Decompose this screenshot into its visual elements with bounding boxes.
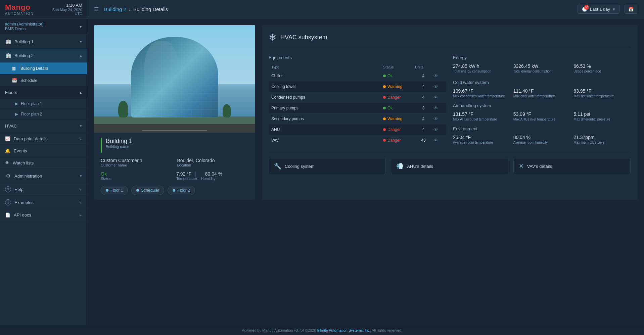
metric-value: 131.57 °F [453,111,510,117]
status-text: Danger [387,127,401,132]
sidebar-item-watch-lists[interactable]: 👁 Watch lists [0,157,87,169]
status-dot [383,107,386,109]
view-icon[interactable]: 👁 [433,127,444,132]
metric-value: 66.53 % [573,63,631,69]
floors-arrow: ▴ [80,90,82,95]
ahu-icon: 💨 [396,162,404,170]
eq-units: 4 [415,95,432,100]
sidebar-section-floors[interactable]: Floors ▴ [0,87,87,99]
sidebar-item-floor1[interactable]: ▶ Floor plan 1 [0,99,87,109]
sidebar-label-events: Events [14,148,27,153]
breadcrumb-parent[interactable]: Building 2 [104,6,126,12]
equipments-label: Equipments [269,55,446,60]
sidebar-item-floor2[interactable]: ▶ Floor plan 2 [0,109,87,119]
calendar-button[interactable]: 📅 [625,5,637,14]
watchlists-icon: 👁 [5,160,9,165]
floor1-button[interactable]: Floor 1 [101,186,128,195]
sidebar-item-building1[interactable]: 🏢 Building 1 ▾ [0,35,87,49]
time-range-selector[interactable]: 🕐 39 Last 1 day ▾ [578,5,619,14]
table-header: Type Status Units [269,63,446,71]
sidebar-label-floor2: Floor plan 2 [21,112,42,116]
temperature-value: 7.92 °F [176,171,196,177]
table-row: AHU Danger 4 👁 [269,125,446,135]
view-icon[interactable]: 👁 [433,138,444,143]
humidity-value: 80.04 % [201,171,222,177]
external-link-icon: ↳ [79,137,82,141]
location-label: Location [177,163,249,167]
chart-icon: 📈 [5,136,10,141]
table-row: Primary pumps Ok 3 👁 [269,103,446,113]
metric-card: 5.11 psi Max differential pressure [573,111,631,121]
floors-label: Floors [5,90,17,95]
sidebar-item-api-docs[interactable]: 📄 API docs ↳ [0,209,87,221]
col-type: Type [271,65,381,69]
table-row: Chiller Ok 4 👁 [269,71,446,81]
view-icon[interactable]: 👁 [433,116,444,122]
metric-value: 111.40 °F [513,88,570,94]
admin-icon: ⚙ [5,173,11,179]
metric-desc: Usage percentage [573,69,631,73]
status-text: Danger [387,95,401,100]
environment-section: Environment 25.04 °F Average room temper… [453,126,631,144]
eq-status: Danger [383,95,413,100]
cooling-system-button[interactable]: 🔧 Cooling system [269,158,386,174]
footer-company[interactable]: Infinite Automation Systems, Inc. [317,328,371,332]
floor2-arrow: ▶ [15,112,18,116]
view-icon[interactable]: 👁 [433,84,444,89]
ahu-details-button[interactable]: 💨 AHU's details [391,158,508,174]
sidebar-item-building2[interactable]: 🏢 Building 2 ▴ [0,49,87,62]
sidebar-label-schedule: Schedule [20,78,37,83]
logo-area: Mango AUTOMATION 1:10 AM Sun May 24, 202… [0,0,87,18]
hvac-snowflake-icon: ❄ [269,32,276,43]
eq-name: VAV [271,138,381,143]
metric-value: 109.67 °F [453,88,510,94]
menu-icon[interactable]: ☰ [94,6,99,12]
sidebar-label-building2: Building 2 [14,53,34,58]
sidebar-item-events[interactable]: 🔔 Events [0,145,87,157]
temp-humidity: 7.92 °F Temperature 80.04 % Humidity [176,171,248,181]
sidebar-item-data-points[interactable]: 📈 Data point details ↳ [0,133,87,145]
building-name-label: Building name [106,145,132,149]
current-date: Sun May 24, 2020 [52,8,82,12]
air-handling-section: Air handling system 131.57 °F Max AHUs o… [453,103,631,121]
metric-desc: Max cold water temperature [513,94,570,98]
equipment-section: Equipments Type Status Units Chiller [269,55,446,146]
sidebar-label-help: Help [14,187,24,192]
vav-details-button[interactable]: ✕ VAV's details [513,158,631,174]
metrics-column: Energy 274.85 kW·h Total energy consumpt… [453,55,631,146]
logo-brand: Mango [5,3,34,12]
sidebar-item-hvac[interactable]: HVAC ▾ [0,119,87,133]
floor2-dot [173,189,175,192]
scheduler-button[interactable]: Scheduler [131,186,164,195]
time-range-arrow: ▾ [613,7,615,12]
sidebar-item-administration[interactable]: ⚙ Administration ▾ [0,169,87,183]
vav-icon: ✕ [519,162,524,170]
sidebar-item-building-details[interactable]: ▦ Building Details [0,62,87,75]
metric-card: 53.09 °F Max AHUs inlet temperature [513,111,570,121]
status-label: Status [101,177,173,181]
view-icon[interactable]: 👁 [433,95,444,100]
metric-card: 66.53 % Usage percentage [573,63,631,73]
sidebar-item-help[interactable]: ? Help ↳ [0,183,87,196]
user-panel[interactable]: admin (Administrator) BMS Demo ▾ [0,18,87,35]
table-row: Secondary pumps Warning 4 👁 [269,114,446,124]
user-dropdown-arrow[interactable]: ▾ [80,24,82,29]
floor2-button[interactable]: Floor 2 [168,186,195,195]
sidebar-item-examples[interactable]: ℹ Examples ↳ [0,196,87,209]
scheduler-dot [136,189,139,192]
metric-card: 111.40 °F Max cold water temperature [513,88,570,98]
eq-name: AHU [271,127,381,132]
hvac-title: HVAC subsystem [280,34,327,41]
eq-units: 43 [415,138,432,143]
view-icon[interactable]: 👁 [433,73,444,79]
eq-units: 4 [415,127,432,132]
status-text: Warning [387,116,402,121]
sidebar-item-schedule[interactable]: 📅 Schedule [0,75,87,87]
scheduler-label: Scheduler [141,188,159,193]
metric-desc: Max condensed water temperature [453,94,510,98]
status-dot [383,96,386,99]
metric-value: 274.85 kW·h [453,63,510,69]
eq-status: Warning [383,84,413,89]
status-indicator [101,138,102,153]
view-icon[interactable]: 👁 [433,105,444,111]
